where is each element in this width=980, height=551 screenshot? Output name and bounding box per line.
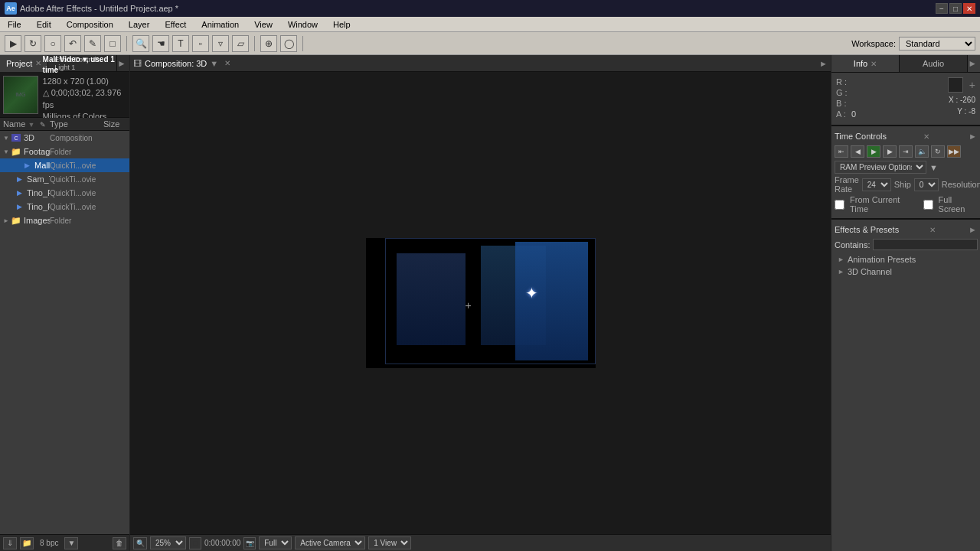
step-forward-button[interactable]: ▶ <box>883 145 897 158</box>
window-controls[interactable]: − □ ✕ <box>936 3 975 14</box>
ram-preview-select[interactable]: RAM Preview Options <box>835 161 926 174</box>
menu-animation[interactable]: Animation <box>197 17 243 32</box>
minimize-button[interactable]: − <box>936 3 948 14</box>
select-tool[interactable]: ▶ <box>5 35 21 52</box>
eraser-tool[interactable]: ▱ <box>232 35 249 52</box>
clone-tool[interactable]: ▿ <box>212 35 229 52</box>
loop-button[interactable]: ↻ <box>931 145 945 158</box>
color-swatch <box>948 77 963 93</box>
col-header-name[interactable]: Name ▼ ✎ <box>3 119 50 129</box>
delete-button[interactable]: 🗑 <box>113 537 126 549</box>
menu-composition[interactable]: Composition <box>62 17 118 32</box>
go-to-start-button[interactable]: ⇤ <box>835 145 848 158</box>
undo-tool[interactable]: ↶ <box>64 35 81 52</box>
full-screen-checkbox[interactable] <box>923 200 933 210</box>
comp-panel-menu[interactable]: ► <box>819 59 828 68</box>
menu-effect[interactable]: Effect <box>160 17 191 32</box>
tree-item-tino-fall[interactable]: ▶ Tino_Fall.mov QuickTi...ovie <box>0 186 129 200</box>
preview-item-name: Mall Video ▾, used 1 time <box>43 54 126 76</box>
ram-dropdown-icon[interactable]: ▼ <box>929 163 938 172</box>
comp-resolution-select[interactable]: Full <box>259 536 292 549</box>
effects-close[interactable]: ✕ <box>929 226 936 234</box>
window-title: Adobe After Effects - Untitled Project.a… <box>20 4 178 13</box>
tree-item-tino-raise[interactable]: ▶ Tino_Raise.mov QuickTi...ovie <box>0 200 129 214</box>
toolbar: ▶ ↻ ○ ↶ ✎ □ 🔍 ☚ T ▫ ▿ ▱ ⊕ ◯ Workspace: S… <box>0 32 980 55</box>
effects-item-animation-presets[interactable]: ► Animation Presets <box>835 253 977 266</box>
frame-rate-row: Frame Rate 24 Ship 0 Resolution Quarter <box>835 175 977 194</box>
from-current-checkbox[interactable] <box>835 200 844 210</box>
3d-axis-tool[interactable]: ⊕ <box>260 35 277 52</box>
frame-rate-select[interactable]: 24 <box>862 178 891 191</box>
comp-snapshot[interactable]: 📷 <box>243 537 256 549</box>
info-tab[interactable]: Info ✕ <box>831 55 900 72</box>
light-tool[interactable]: ◯ <box>280 35 297 52</box>
col-header-type[interactable]: Type <box>50 119 103 129</box>
audio-tab[interactable]: Audio <box>900 55 968 72</box>
menu-view[interactable]: View <box>250 17 277 32</box>
workspace-select[interactable]: Standard <box>899 37 975 51</box>
new-folder-button[interactable]: 📁 <box>20 537 34 549</box>
video-icon-mall: ▶ <box>21 161 32 170</box>
menu-layer[interactable]: Layer <box>124 17 155 32</box>
comp-tab-close[interactable]: ✕ <box>224 59 230 67</box>
comp-view-count-select[interactable]: 1 View <box>368 536 411 549</box>
go-to-end-button[interactable]: ⇥ <box>899 145 913 158</box>
preview-duration: △ 0;00;03;02, 23.976 fps <box>43 87 126 111</box>
text-tool[interactable]: T <box>172 35 189 52</box>
comp-zoom-select[interactable]: 25% <box>150 536 186 549</box>
tree-item-3d[interactable]: ▼ C 3D Composition <box>0 131 129 145</box>
from-current-row: From Current Time Full Screen <box>835 195 977 214</box>
b-label: B : <box>836 99 851 108</box>
info-tab-close[interactable]: ✕ <box>871 60 877 68</box>
effects-header: Effects & Presets ✕ ► <box>835 223 977 236</box>
comp-resolution-icon[interactable]: □ <box>189 537 201 549</box>
brush-tool[interactable]: ▫ <box>192 35 209 52</box>
effects-item-3d-channel[interactable]: ► 3D Channel <box>835 266 977 278</box>
time-controls-menu[interactable]: ► <box>969 132 977 141</box>
shape-tool[interactable]: □ <box>104 35 121 52</box>
effects-label-3d: 3D Channel <box>848 267 892 276</box>
color-depth-button[interactable]: ▼ <box>64 537 78 549</box>
ram-preview-button[interactable]: ▶▶ <box>947 145 961 158</box>
close-button[interactable]: ✕ <box>963 3 975 14</box>
project-panel: Project ✕ Effect Controls: Light 1 ► IMG… <box>0 55 130 551</box>
contains-label: Contains: <box>835 240 870 249</box>
project-tab-close[interactable]: ✕ <box>35 59 41 67</box>
rotation-tool[interactable]: ↻ <box>24 35 41 52</box>
toolbar-separator3 <box>302 36 303 51</box>
comp-dropdown-icon[interactable]: ▼ <box>210 59 218 68</box>
time-controls-close[interactable]: ✕ <box>923 132 929 141</box>
ship-select[interactable]: 0 <box>914 178 939 191</box>
import-button[interactable]: ⇓ <box>3 537 17 549</box>
tree-item-sam-tino[interactable]: ▶ Sam_Tino_Hill.mov QuickTi...ovie <box>0 172 129 186</box>
effects-search-input[interactable] <box>873 239 978 250</box>
comp-view-select[interactable]: Active Camera <box>295 536 365 549</box>
zoom-tool[interactable]: 🔍 <box>132 35 149 52</box>
tree-item-mall-video[interactable]: ▶ Mall Video QuickTi...ovie <box>0 158 129 172</box>
menu-file[interactable]: File <box>3 17 26 32</box>
right-panel-menu[interactable]: ► <box>968 58 977 69</box>
tree-item-footage[interactable]: ▼ 📁 Footage Folder <box>0 145 129 158</box>
menu-window[interactable]: Window <box>283 17 322 32</box>
tree-item-name-footage: Footage <box>24 147 50 156</box>
plus-icon: + <box>969 79 975 91</box>
time-controls-header: Time Controls ✕ ► <box>835 129 977 143</box>
tree-item-images[interactable]: ► 📁 Images Folder <box>0 214 129 227</box>
pan-tool[interactable]: ☚ <box>152 35 169 52</box>
info-content: R : G : B : A : 0 <box>831 73 980 126</box>
menu-help[interactable]: Help <box>328 17 355 32</box>
info-b-row: B : <box>836 99 943 108</box>
camera-orbit-tool[interactable]: ○ <box>44 35 61 52</box>
step-back-button[interactable]: ◀ <box>851 145 864 158</box>
audio-button[interactable]: 🔈 <box>915 145 929 158</box>
maximize-button[interactable]: □ <box>949 3 962 14</box>
comp-zoom-out[interactable]: 🔍 <box>133 537 147 549</box>
play-button[interactable]: ▶ <box>867 145 880 158</box>
project-tab[interactable]: Project ✕ <box>0 55 48 72</box>
effects-arrow-animation: ► <box>838 256 844 263</box>
effects-menu[interactable]: ► <box>969 225 977 234</box>
pen-tool[interactable]: ✎ <box>84 35 101 52</box>
col-header-size: Size <box>103 119 126 129</box>
menu-edit[interactable]: Edit <box>32 17 56 32</box>
comp-timecode: 0:00:00:00 <box>204 539 240 547</box>
